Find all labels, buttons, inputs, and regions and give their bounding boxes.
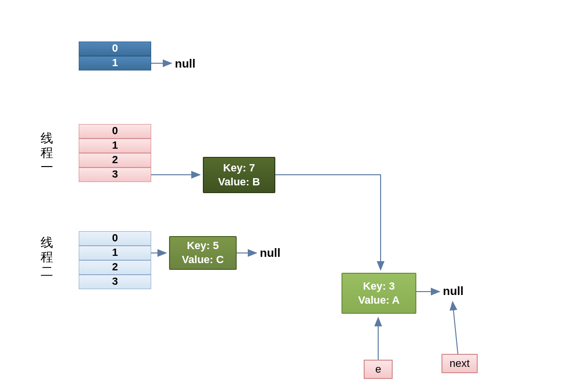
arrow-node7-to-node3 — [275, 175, 381, 270]
arrow-next-to-null — [453, 302, 458, 354]
arrows-layer — [0, 0, 568, 392]
